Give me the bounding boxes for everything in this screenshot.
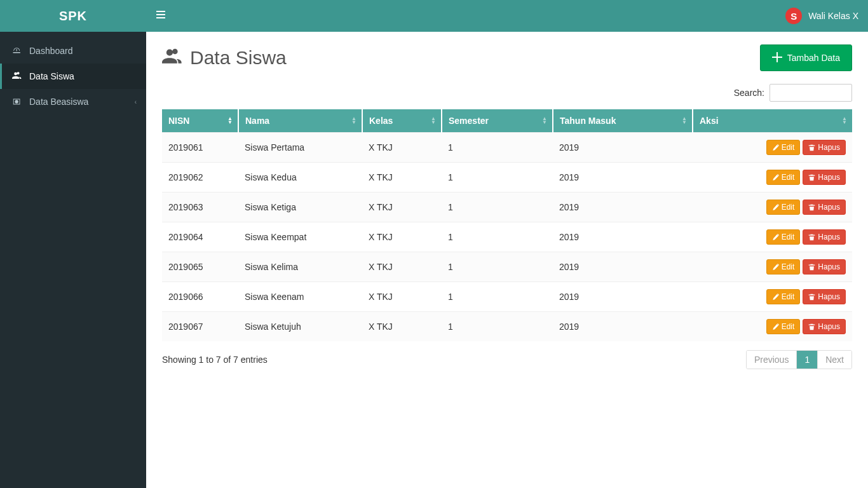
edit-label: Edit [782, 292, 795, 301]
cell-nisn: 2019066 [162, 282, 238, 312]
cell-kelas: X TKJ [362, 222, 442, 252]
edit-button[interactable]: Edit [766, 289, 801, 304]
pagination-previous-button[interactable]: Previous [747, 351, 797, 369]
delete-label: Hapus [818, 322, 840, 331]
sidebar-item-data-beasiswa[interactable]: Data Beasiswa‹ [0, 89, 146, 114]
cell-nisn: 2019063 [162, 193, 238, 222]
cell-actions: EditHapus [693, 193, 852, 222]
edit-button[interactable]: Edit [766, 319, 801, 334]
cell-tahun: 2019 [553, 193, 693, 222]
delete-button[interactable]: Hapus [803, 140, 846, 155]
trash-icon [808, 323, 815, 330]
column-header-tahun-masuk[interactable]: Tahun Masuk▲▼ [553, 109, 693, 133]
pencil-icon [772, 234, 779, 241]
edit-button[interactable]: Edit [766, 200, 801, 215]
delete-label: Hapus [818, 262, 840, 271]
edit-button[interactable]: Edit [766, 140, 801, 155]
delete-button[interactable]: Hapus [803, 319, 846, 334]
cell-semester: 1 [442, 163, 553, 193]
trash-icon [808, 144, 815, 151]
cell-kelas: X TKJ [362, 252, 442, 282]
cell-tahun: 2019 [553, 222, 693, 252]
money-icon [11, 97, 23, 107]
sidebar-item-label: Dashboard [29, 46, 137, 56]
pagination-page-1-button[interactable]: 1 [797, 351, 818, 369]
cell-semester: 1 [442, 193, 553, 222]
cell-semester: 1 [442, 252, 553, 282]
trash-icon [808, 234, 815, 241]
cell-nama: Siswa Ketiga [238, 193, 362, 222]
trash-icon [808, 264, 815, 271]
pencil-icon [772, 294, 779, 301]
column-header-kelas[interactable]: Kelas▲▼ [362, 109, 442, 133]
add-data-button[interactable]: Tambah Data [760, 44, 852, 71]
cell-actions: EditHapus [693, 163, 852, 193]
cell-nama: Siswa Keempat [238, 222, 362, 252]
search-label: Search: [734, 88, 764, 98]
cell-actions: EditHapus [693, 282, 852, 312]
table-row: 2019063Siswa KetigaX TKJ12019EditHapus [162, 193, 852, 222]
student-table: NISN▲▼Nama▲▼Kelas▲▼Semester▲▼Tahun Masuk… [162, 109, 852, 341]
cell-nisn: 2019062 [162, 163, 238, 193]
sort-icon: ▲▼ [431, 117, 436, 125]
column-header-aksi[interactable]: Aksi▲▼ [693, 109, 852, 133]
cell-nisn: 2019065 [162, 252, 238, 282]
delete-button[interactable]: Hapus [803, 259, 846, 274]
cell-kelas: X TKJ [362, 282, 442, 312]
cell-actions: EditHapus [693, 222, 852, 252]
sort-icon: ▲▼ [682, 117, 687, 125]
cell-kelas: X TKJ [362, 312, 442, 342]
table-row: 2019062Siswa KeduaX TKJ12019EditHapus [162, 163, 852, 193]
sort-icon: ▲▼ [542, 117, 547, 125]
column-header-nisn[interactable]: NISN▲▼ [162, 109, 238, 133]
pencil-icon [772, 264, 779, 271]
pencil-icon [772, 204, 779, 211]
pencil-icon [772, 174, 779, 181]
cell-kelas: X TKJ [362, 193, 442, 222]
bars-icon [156, 10, 166, 20]
sidebar-item-data-siswa[interactable]: Data Siswa [0, 64, 146, 89]
sidebar-item-dashboard[interactable]: Dashboard [0, 38, 146, 64]
chevron-left-icon: ‹ [135, 98, 137, 105]
page-title: Data Siswa [162, 47, 287, 69]
cell-nama: Siswa Ketujuh [238, 312, 362, 342]
edit-button[interactable]: Edit [766, 229, 801, 245]
cell-semester: 1 [442, 282, 553, 312]
column-header-semester[interactable]: Semester▲▼ [442, 109, 553, 133]
delete-button[interactable]: Hapus [803, 229, 846, 245]
delete-button[interactable]: Hapus [803, 170, 846, 185]
sidebar-item-label: Data Beasiswa [29, 97, 135, 107]
table-info: Showing 1 to 7 of 7 entries [162, 355, 268, 365]
delete-label: Hapus [818, 143, 840, 152]
edit-button[interactable]: Edit [766, 170, 801, 185]
column-header-label: Kelas [369, 116, 393, 126]
content: Data Siswa Tambah Data Search: NISN▲▼Nam… [146, 32, 868, 488]
cell-semester: 1 [442, 222, 553, 252]
cell-nama: Siswa Pertama [238, 133, 362, 163]
pencil-icon [772, 323, 779, 330]
pagination: Previous 1 Next [746, 350, 852, 369]
sort-icon: ▲▼ [842, 117, 847, 125]
users-icon [162, 47, 184, 69]
column-header-nama[interactable]: Nama▲▼ [238, 109, 362, 133]
cell-nama: Siswa Kelima [238, 252, 362, 282]
pagination-next-button[interactable]: Next [818, 351, 851, 369]
column-header-label: Nama [245, 116, 269, 126]
page-title-text: Data Siswa [190, 47, 287, 69]
edit-label: Edit [782, 173, 795, 182]
cell-tahun: 2019 [553, 163, 693, 193]
delete-button[interactable]: Hapus [803, 200, 846, 215]
topbar: S Wali Kelas X [146, 0, 868, 32]
sort-icon: ▲▼ [227, 117, 233, 125]
sidebar-item-label: Data Siswa [29, 71, 137, 81]
cell-nisn: 2019064 [162, 222, 238, 252]
search-input[interactable] [770, 84, 852, 102]
edit-label: Edit [782, 322, 795, 331]
table-row: 2019064Siswa KeempatX TKJ12019EditHapus [162, 222, 852, 252]
column-header-label: NISN [168, 116, 189, 126]
user-menu-button[interactable]: S Wali Kelas X [785, 8, 858, 24]
menu-toggle-button[interactable] [156, 10, 166, 22]
edit-button[interactable]: Edit [766, 259, 801, 274]
delete-label: Hapus [818, 292, 840, 301]
delete-button[interactable]: Hapus [803, 289, 846, 304]
